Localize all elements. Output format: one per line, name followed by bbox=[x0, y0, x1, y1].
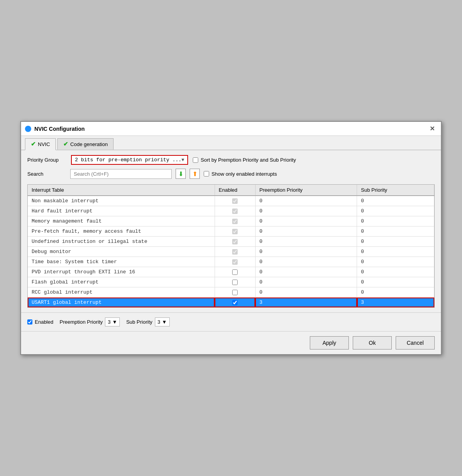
code-gen-check-icon: ✔ bbox=[63, 141, 68, 148]
nvic-check-icon: ✔ bbox=[31, 141, 36, 148]
row-enabled-cell[interactable] bbox=[215, 247, 255, 257]
row-preemption-cell: 0 bbox=[255, 277, 357, 287]
sort-checkbox[interactable] bbox=[193, 157, 198, 163]
title-bar-left: NVIC Configuration bbox=[25, 126, 85, 132]
row-enabled-checkbox[interactable] bbox=[232, 239, 238, 244]
show-enabled-label: Show only enabled interrupts bbox=[211, 171, 277, 177]
preemption-status-select[interactable]: 3 ▼ bbox=[105, 317, 120, 326]
apply-button[interactable]: Apply bbox=[310, 336, 349, 349]
row-enabled-cell[interactable] bbox=[215, 206, 255, 216]
close-button[interactable]: ✕ bbox=[427, 124, 437, 133]
row-preemption-cell: 0 bbox=[255, 247, 357, 257]
table-row[interactable]: Flash global interrupt00 bbox=[28, 277, 434, 287]
row-enabled-checkbox[interactable] bbox=[232, 229, 238, 234]
row-name-cell: Undefined instruction or illegal state bbox=[28, 237, 215, 247]
tab-bar: ✔ NVIC ✔ Code generation bbox=[21, 136, 441, 150]
preemption-status-label: Preemption Priority bbox=[60, 319, 103, 325]
show-enabled-checkbox[interactable] bbox=[204, 171, 209, 176]
button-row: Apply Ok Cancel bbox=[21, 331, 441, 354]
sort-checkbox-container: Sort by Premption Priority and Sub Prior… bbox=[193, 157, 296, 163]
row-preemption-cell: 0 bbox=[255, 257, 357, 267]
row-enabled-cell[interactable] bbox=[215, 237, 255, 247]
row-enabled-cell[interactable] bbox=[215, 216, 255, 226]
sub-priority-status-item: Sub Priority 3 ▼ bbox=[126, 317, 169, 326]
row-enabled-cell[interactable] bbox=[215, 298, 255, 308]
row-name-cell: USART1 global interrupt bbox=[28, 298, 215, 308]
col-header-enabled: Enabled bbox=[215, 185, 255, 196]
priority-group-row: Priority Group 2 bits for pre-emption pr… bbox=[27, 155, 435, 165]
sub-priority-status-select[interactable]: 3 ▼ bbox=[155, 317, 170, 326]
search-next-button[interactable]: ⬇ bbox=[176, 169, 186, 179]
preemption-status-value: 3 bbox=[108, 319, 110, 325]
dropdown-arrow-icon: ▼ bbox=[181, 157, 184, 163]
table-row[interactable]: USART1 global interrupt33 bbox=[28, 298, 434, 308]
sort-label: Sort by Premption Priority and Sub Prior… bbox=[201, 157, 296, 163]
row-preemption-cell: 0 bbox=[255, 196, 357, 206]
search-input[interactable] bbox=[70, 169, 172, 179]
row-sub-cell: 0 bbox=[357, 206, 434, 216]
row-enabled-checkbox[interactable] bbox=[232, 209, 238, 214]
status-enabled-label: Enabled bbox=[35, 319, 53, 325]
interrupt-table: Interrupt Table Enabled Preemption Prior… bbox=[28, 185, 434, 307]
search-prev-button[interactable]: ⬆ bbox=[190, 169, 200, 179]
row-sub-cell: 0 bbox=[357, 267, 434, 277]
tab-code-generation[interactable]: ✔ Code generation bbox=[57, 138, 114, 150]
table-row[interactable]: Debug monitor00 bbox=[28, 247, 434, 257]
table-row[interactable]: Non maskable interrupt00 bbox=[28, 196, 434, 206]
preemption-status-item: Preemption Priority 3 ▼ bbox=[60, 317, 120, 326]
table-row[interactable]: Time base: System tick timer00 bbox=[28, 257, 434, 267]
row-enabled-cell[interactable] bbox=[215, 277, 255, 287]
row-enabled-cell[interactable] bbox=[215, 196, 255, 206]
row-preemption-cell: 0 bbox=[255, 267, 357, 277]
sub-priority-status-value: 3 bbox=[158, 319, 160, 325]
priority-group-label: Priority Group bbox=[27, 157, 66, 163]
cancel-button[interactable]: Cancel bbox=[396, 336, 435, 349]
table-row[interactable]: Pre-fetch fault, memory access fault00 bbox=[28, 226, 434, 237]
row-sub-cell: 0 bbox=[357, 247, 434, 257]
table-row[interactable]: PVD interrupt through EXTI line 1600 bbox=[28, 267, 434, 277]
row-name-cell: Hard fault interrupt bbox=[28, 206, 215, 216]
row-enabled-checkbox[interactable] bbox=[232, 219, 238, 224]
row-enabled-checkbox[interactable] bbox=[232, 269, 238, 275]
sub-dropdown-icon: ▼ bbox=[162, 319, 167, 325]
row-enabled-checkbox[interactable] bbox=[232, 290, 238, 295]
row-name-cell: Debug monitor bbox=[28, 247, 215, 257]
table-row[interactable]: RCC global interrupt00 bbox=[28, 287, 434, 298]
row-sub-cell: 0 bbox=[357, 287, 434, 298]
table-row[interactable]: Memory management fault00 bbox=[28, 216, 434, 226]
tab-nvic-label: NVIC bbox=[38, 141, 50, 147]
row-enabled-checkbox[interactable] bbox=[232, 249, 238, 255]
search-label: Search bbox=[27, 171, 66, 177]
row-enabled-checkbox[interactable] bbox=[232, 198, 238, 204]
row-enabled-cell[interactable] bbox=[215, 257, 255, 267]
priority-group-select[interactable]: 2 bits for pre-emption priority ... ▼ bbox=[71, 155, 188, 165]
row-sub-cell: 3 bbox=[357, 298, 434, 308]
row-enabled-cell[interactable] bbox=[215, 226, 255, 237]
row-sub-cell: 0 bbox=[357, 196, 434, 206]
enabled-status-item: Enabled bbox=[27, 319, 53, 325]
row-preemption-cell: 3 bbox=[255, 298, 357, 308]
row-enabled-cell[interactable] bbox=[215, 267, 255, 277]
row-enabled-cell[interactable] bbox=[215, 287, 255, 298]
title-bar: NVIC Configuration ✕ bbox=[21, 122, 441, 136]
col-header-preemption: Preemption Priority bbox=[255, 185, 357, 196]
show-enabled-container: Show only enabled interrupts bbox=[204, 171, 277, 177]
row-enabled-checkbox[interactable] bbox=[232, 280, 238, 285]
main-content: Priority Group 2 bits for pre-emption pr… bbox=[21, 150, 441, 312]
ok-button[interactable]: Ok bbox=[353, 336, 392, 349]
row-name-cell: Pre-fetch fault, memory access fault bbox=[28, 226, 215, 237]
row-sub-cell: 0 bbox=[357, 257, 434, 267]
status-enabled-checkbox[interactable] bbox=[27, 319, 32, 324]
window-icon bbox=[25, 126, 31, 132]
tab-nvic[interactable]: ✔ NVIC bbox=[25, 138, 56, 150]
row-preemption-cell: 0 bbox=[255, 226, 357, 237]
window-title: NVIC Configuration bbox=[34, 126, 85, 132]
row-enabled-checkbox[interactable] bbox=[232, 300, 238, 305]
table-row[interactable]: Undefined instruction or illegal state00 bbox=[28, 237, 434, 247]
row-enabled-checkbox[interactable] bbox=[232, 259, 238, 265]
table-row[interactable]: Hard fault interrupt00 bbox=[28, 206, 434, 216]
table-body: Non maskable interrupt00Hard fault inter… bbox=[28, 196, 434, 307]
row-preemption-cell: 0 bbox=[255, 237, 357, 247]
col-header-name: Interrupt Table bbox=[28, 185, 215, 196]
row-sub-cell: 0 bbox=[357, 277, 434, 287]
